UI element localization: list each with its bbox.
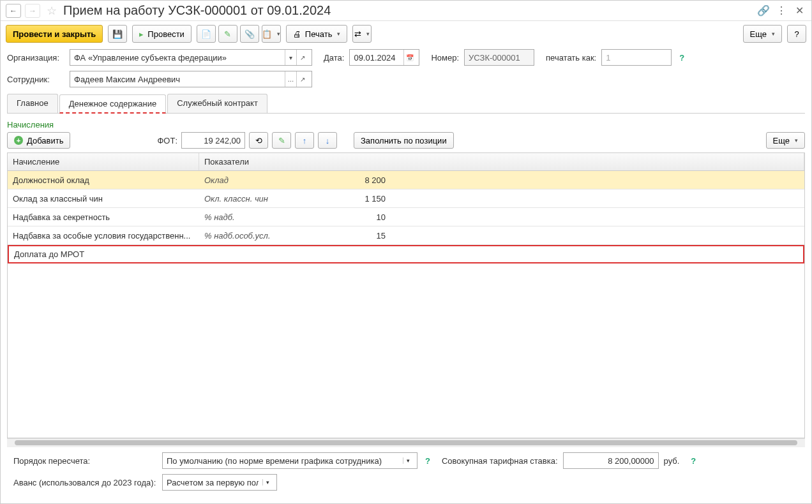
cell-value: 8 200 [314,173,391,188]
favorite-star-icon[interactable]: ☆ [47,4,57,18]
kebab-menu-icon[interactable]: ⋮ [774,4,788,18]
dropdown-icon[interactable]: ▾ [285,50,296,65]
cell-value: 10 [314,210,391,225]
table-row[interactable]: Оклад за классный чинОкл. классн. чин1 1… [8,189,804,208]
print-as-label: печатать как: [546,53,596,63]
cell-name: Доплата до МРОТ [9,247,200,262]
save-icon: 💾 [112,29,123,39]
help-icon[interactable]: ? [679,53,684,63]
org-field[interactable]: ФА «Управление субъекта федерации» ▾ ↗ [70,49,312,66]
calendar-icon[interactable]: 📅 [403,50,415,65]
arrow-down-icon: ↓ [326,136,330,145]
pencil-icon: ✎ [224,29,231,39]
footer: Порядок пересчета: По умолчанию (по норм… [7,447,805,501]
chevron-down-icon: ▾ [366,31,370,37]
save-button[interactable]: 💾 [108,25,127,43]
ellipsis-icon[interactable]: … [285,71,296,87]
section-toolbar: +Добавить ФОТ: 19 242,00 ⟲ ✎ ↑ ↓ Заполни… [7,132,805,149]
print-as-field[interactable]: 1 [601,49,672,66]
rate-label: Совокупная тарифная ставка: [442,456,558,466]
cell-value: 15 [314,228,391,243]
recalc-select[interactable]: По умолчанию (по норме времени графика с… [162,452,417,469]
titlebar: ← → ☆ Прием на работу УСЗК-000001 от 09.… [1,1,811,21]
cell-name: Надбавка за особые условия государственн… [8,228,199,243]
doc-icon-button[interactable]: 📄 [197,25,216,43]
table-row[interactable]: Надбавка за особые условия государственн… [8,226,804,245]
refresh-icon: ⟲ [255,136,262,145]
plus-icon: + [14,136,23,145]
more-button[interactable]: Еще▾ [743,25,782,43]
fill-by-position-button[interactable]: Заполнить по позиции [354,132,454,149]
section-title: Начисления [7,120,805,130]
paperclip-icon: 📎 [244,29,255,39]
post-and-close-button[interactable]: Провести и закрыть [6,25,103,43]
cell-value: 1 150 [314,191,391,206]
cell-indicator: Окл. классн. чин [199,191,314,206]
add-button[interactable]: +Добавить [7,132,70,149]
fot-label: ФОТ: [157,136,177,145]
col-accrual[interactable]: Начисление [8,153,199,170]
horizontal-scrollbar[interactable] [7,438,805,447]
close-icon[interactable]: ✕ [792,4,806,18]
help-icon: ? [794,29,799,39]
link-icon[interactable]: 🔗 [756,4,771,18]
num-field: УСЗК-000001 [464,49,534,66]
tab-salary[interactable]: Денежное содержание [59,94,166,114]
section-more-button[interactable]: Еще▾ [766,132,805,149]
attach-button[interactable]: 📎 [240,25,259,43]
arrow-up-icon: ↑ [303,136,307,145]
main-window: ← → ☆ Прием на работу УСЗК-000001 от 09.… [0,0,812,504]
date-label: Дата: [324,53,344,63]
chevron-down-icon: ▾ [795,137,798,144]
open-icon[interactable]: ↗ [296,50,308,65]
accruals-section: Начисления +Добавить ФОТ: 19 242,00 ⟲ ✎ … [1,114,811,503]
rate-unit: руб. [664,456,680,466]
tab-contract[interactable]: Служебный контракт [167,94,267,113]
refresh-button[interactable]: ⟲ [249,132,268,149]
help-button[interactable]: ? [787,25,806,43]
form-row-org: Организация: ФА «Управление субъекта фед… [1,47,811,68]
template-button[interactable]: 📋▾ [262,25,281,43]
recalc-label: Порядок пересчета: [13,456,157,466]
chevron-down-icon: ▾ [772,31,775,37]
col-indicators[interactable]: Показатели [199,153,804,170]
tabs: Главное Денежное содержание Служебный ко… [7,94,805,114]
tab-main[interactable]: Главное [7,94,58,113]
chevron-down-icon: ▾ [277,31,280,37]
pencil-icon: ✎ [278,136,285,145]
help-icon[interactable]: ? [691,456,696,466]
template-icon: 📋 [262,29,272,39]
page-title: Прием на работу УСЗК-000001 от 09.01.202… [63,3,753,18]
fot-field[interactable]: 19 242,00 [181,132,245,149]
cell-indicator: Оклад [199,173,314,188]
export-button[interactable]: ⇄▾ [352,25,372,43]
help-icon[interactable]: ? [425,456,430,466]
export-icon: ⇄ [354,29,361,39]
emp-field[interactable]: Фадеев Максим Андреевич … ↗ [70,71,312,87]
move-up-button[interactable]: ↑ [295,132,314,149]
cell-indicator: % надб. [199,210,314,225]
edit-row-button[interactable]: ✎ [272,132,291,149]
table-row[interactable]: Доплата до МРОТ [8,245,804,263]
rate-field[interactable]: 8 200,00000 [563,452,659,469]
print-button[interactable]: 🖨Печать▾ [286,25,348,43]
table-row[interactable]: Должностной окладОклад8 200 [8,171,804,189]
date-field[interactable]: 09.01.2024 📅 [349,49,419,66]
nav-forward-button[interactable]: → [25,4,40,18]
nav-back-button[interactable]: ← [6,4,21,18]
post-button[interactable]: ▸Провести [132,25,192,43]
printer-icon: 🖨 [293,29,301,39]
advance-select[interactable]: Расчетом за первую поло ▾ [162,474,277,491]
accruals-table: Начисление Показатели Должностной окладО… [7,152,805,438]
advance-label: Аванс (использовался до 2023 года): [13,478,157,487]
form-row-emp: Сотрудник: Фадеев Максим Андреевич … ↗ [1,68,811,90]
cell-value [315,252,392,257]
cell-name: Должностной оклад [8,173,199,188]
edit-icon-button[interactable]: ✎ [218,25,237,43]
move-down-button[interactable]: ↓ [318,132,337,149]
chevron-down-icon[interactable]: ▾ [403,457,413,464]
num-label: Номер: [431,53,459,63]
chevron-down-icon[interactable]: ▾ [262,479,273,485]
open-icon[interactable]: ↗ [296,71,308,87]
table-row[interactable]: Надбавка за секретность% надб.10 [8,208,804,226]
